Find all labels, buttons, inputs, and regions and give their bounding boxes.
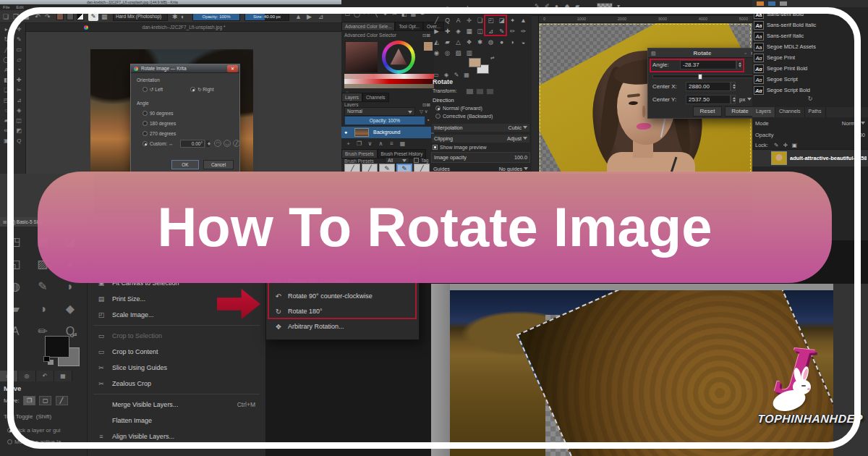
layers-tab[interactable]: Layers bbox=[341, 93, 362, 102]
submenu-item[interactable]: ❖ Arbitrary Rotation... bbox=[266, 319, 419, 334]
mode-row[interactable]: Mode Normal bbox=[755, 120, 865, 127]
layer-action-icon[interactable]: + bbox=[343, 140, 354, 148]
document-tab[interactable]: dan-krebich--J2C2F7_LfI-unsplash.jpg * bbox=[26, 23, 341, 32]
clipping-select[interactable]: Clipping Adjust bbox=[431, 134, 530, 143]
menu-item[interactable]: ✂ Slice Using Guides bbox=[88, 360, 265, 376]
patterns-tab-icon[interactable] bbox=[768, 1, 775, 6]
rotate-button[interactable]: Rotate bbox=[725, 106, 752, 117]
direction-corrective-radio[interactable]: Corrective (Backward) bbox=[435, 114, 493, 119]
font-row[interactable]: Aa Sans-serif Italic bbox=[754, 30, 867, 41]
tool-icon[interactable]: ╲ bbox=[464, 4, 475, 15]
brush-tab[interactable]: Brush Presets bbox=[341, 149, 378, 159]
menu-item[interactable] bbox=[88, 392, 265, 397]
tool-icon[interactable]: ▭ bbox=[13, 45, 26, 55]
tool-icon[interactable]: ✚ bbox=[13, 75, 26, 85]
tool-icon[interactable]: ▰ bbox=[1, 297, 29, 320]
tool-icon[interactable]: ▰ bbox=[575, 3, 579, 9]
detach-icon[interactable]: ▫ bbox=[745, 48, 746, 58]
tool-icon[interactable]: ▣ bbox=[496, 4, 507, 15]
tool-icon[interactable]: ✎ bbox=[13, 35, 26, 45]
tool-icon[interactable]: ◧ bbox=[507, 4, 518, 15]
tool-icon[interactable]: ◯ bbox=[0, 55, 13, 65]
transform-selection-button[interactable] bbox=[476, 88, 484, 95]
angle-spinner[interactable] bbox=[205, 140, 210, 148]
flip-h-icon[interactable]: ◠ bbox=[214, 140, 221, 147]
angle-slider[interactable] bbox=[652, 75, 752, 78]
filter-icon[interactable]: ▽ ∨ bbox=[420, 109, 428, 114]
save-icon[interactable]: ▦ bbox=[23, 12, 30, 22]
tool-icon[interactable]: ◠ bbox=[453, 4, 464, 15]
menu-item[interactable]: ≡ Align Visible Layers... bbox=[88, 428, 265, 444]
tool-icon[interactable]: ✐ bbox=[545, 3, 550, 9]
gradient-swatch[interactable] bbox=[56, 13, 64, 20]
tool-icon[interactable]: ◯ bbox=[352, 9, 362, 20]
redo-icon[interactable]: ↷ bbox=[45, 12, 51, 22]
tool-icon[interactable]: ◧ bbox=[0, 75, 13, 85]
tool-icon[interactable]: ✚ bbox=[442, 26, 453, 37]
layer-row[interactable]: ● Background bbox=[341, 127, 434, 138]
tool-icon[interactable]: ▰ bbox=[0, 116, 13, 126]
foreground-color-swatch[interactable] bbox=[469, 58, 481, 67]
lock-pixels-icon[interactable]: ✎ bbox=[774, 142, 778, 148]
tool-icon[interactable]: ◳ bbox=[1, 230, 29, 253]
tool-icon[interactable]: ▭ bbox=[343, 9, 352, 20]
tool-icon[interactable]: ● bbox=[555, 3, 558, 9]
tool-icon[interactable]: ▣ bbox=[0, 136, 13, 146]
preview-checkbox[interactable]: Show image preview bbox=[433, 145, 487, 150]
size-slider[interactable]: Size: 40.00 px bbox=[244, 12, 289, 21]
tool-icon[interactable]: ▥ bbox=[464, 48, 475, 59]
tool-icon[interactable]: ✂ bbox=[13, 85, 26, 96]
tool-icon[interactable]: ◑ bbox=[29, 297, 56, 320]
krita-canvas[interactable]: Rotate Image — Krita ✕ Orientation ↺ Lef… bbox=[26, 32, 341, 174]
advanced-color-selector[interactable] bbox=[344, 41, 434, 88]
refresh-fonts-icon[interactable]: ↻ bbox=[752, 96, 868, 102]
mirror-v-icon[interactable]: ▶ bbox=[307, 12, 312, 22]
lock-position-icon[interactable]: ✛ bbox=[783, 142, 787, 148]
layer-action-icon[interactable]: ∧ bbox=[375, 140, 386, 148]
move-layer-button[interactable]: ❐ bbox=[23, 396, 35, 405]
custom-angle-input[interactable]: 0.00° bbox=[180, 140, 205, 148]
device-status-tab[interactable]: ◎ bbox=[18, 371, 36, 381]
tool-icon[interactable]: ❖ bbox=[464, 37, 475, 48]
move-selection-button[interactable]: ▢ bbox=[39, 396, 51, 405]
tool-icon[interactable]: ✎ bbox=[535, 3, 540, 9]
edit-icon[interactable]: ✎ bbox=[451, 72, 461, 78]
menu-item[interactable]: ▭ Crop to Selection bbox=[88, 328, 265, 344]
tool-icon[interactable]: ▸ bbox=[0, 25, 13, 35]
center-y-input[interactable]: 2537.50 bbox=[686, 95, 731, 104]
undo-history-tab[interactable]: ↶ bbox=[36, 371, 54, 381]
shade-strip-1[interactable] bbox=[344, 74, 434, 79]
eraser-icon[interactable]: ✱ bbox=[172, 12, 178, 22]
brush-editor-icon[interactable]: ✎ bbox=[88, 12, 98, 21]
tool-icon[interactable]: A bbox=[0, 65, 13, 75]
font-row[interactable]: Aα Segoe Script bbox=[754, 74, 867, 85]
reload-icon[interactable]: ◐ bbox=[181, 12, 184, 22]
dock-tab[interactable]: Paths bbox=[805, 107, 826, 117]
tool-icon[interactable]: Q bbox=[13, 136, 26, 146]
tool-icon[interactable]: ● bbox=[496, 37, 507, 48]
images-icon[interactable]: ▦ bbox=[461, 72, 472, 78]
move-active-radio[interactable]: Move the active la bbox=[7, 439, 61, 445]
tool-icon[interactable]: ⊿ bbox=[13, 96, 26, 106]
open-icon[interactable]: ❐ bbox=[13, 12, 19, 22]
font-row[interactable]: Aa Sans-serif Bold Italic bbox=[754, 20, 867, 30]
pattern-preview[interactable] bbox=[597, 3, 613, 12]
tool-icon[interactable]: ❏ bbox=[0, 85, 13, 96]
tag-checkbox[interactable]: Tag bbox=[414, 158, 428, 163]
move-path-button[interactable]: ╱ bbox=[56, 396, 68, 405]
rotate-left-radio[interactable]: ↺ Left bbox=[142, 87, 163, 93]
menu-item[interactable]: Flatten Image bbox=[88, 413, 265, 428]
tool-icon[interactable]: ▦ bbox=[409, 9, 418, 20]
deg180-radio[interactable]: 180 degrees bbox=[142, 121, 176, 126]
tool-icon[interactable]: ◯ bbox=[442, 4, 453, 15]
tool-icon[interactable]: ◎ bbox=[442, 48, 453, 59]
menu-item[interactable]: Merge Visible Layers... Ctrl+M bbox=[88, 397, 265, 413]
device-status-icon[interactable]: ◈ bbox=[441, 72, 451, 78]
menu-item[interactable]: ✂ Zealous Crop bbox=[88, 376, 265, 392]
layers-tab[interactable]: Channels bbox=[362, 93, 389, 102]
font-row[interactable]: Aα Segoe Script Bold bbox=[754, 85, 867, 96]
unit-select[interactable]: px bbox=[739, 96, 752, 103]
opacity-slider[interactable]: Opacity: 100% bbox=[192, 12, 240, 21]
tool-icon[interactable]: ▭ bbox=[431, 4, 442, 15]
dock-tab[interactable]: Tool Opt... bbox=[395, 22, 423, 31]
